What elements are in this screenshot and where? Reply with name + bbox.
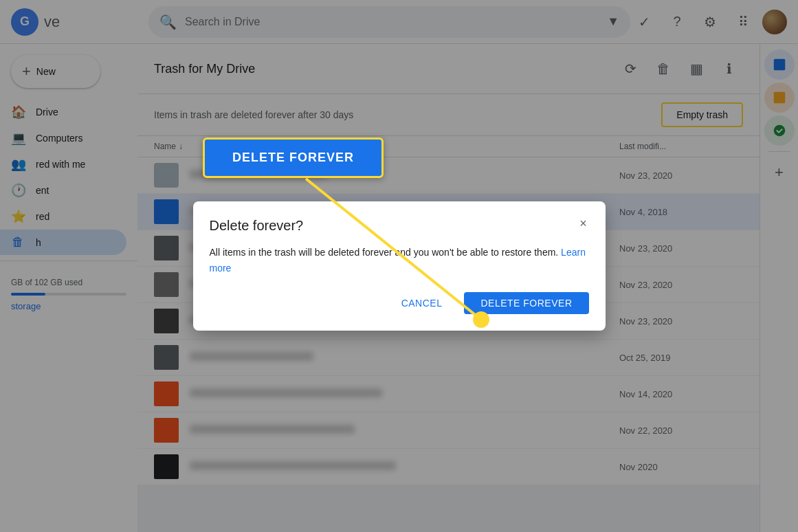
- dialog-body-text: All items in the trash will be deleted f…: [210, 247, 559, 258]
- dialog-actions: CANCEL DELETE FOREVER: [210, 292, 589, 314]
- confirm-delete-forever-button[interactable]: DELETE FOREVER: [464, 292, 588, 314]
- dialog-title: Delete forever?: [210, 218, 589, 234]
- dialog-overlay[interactable]: × Delete forever? All items in the trash…: [0, 0, 798, 532]
- dialog-close-button[interactable]: ×: [573, 212, 595, 234]
- dialog-body: All items in the trash will be deleted f…: [210, 245, 589, 276]
- cancel-button[interactable]: CANCEL: [385, 292, 459, 314]
- delete-forever-dialog: × Delete forever? All items in the trash…: [193, 201, 606, 331]
